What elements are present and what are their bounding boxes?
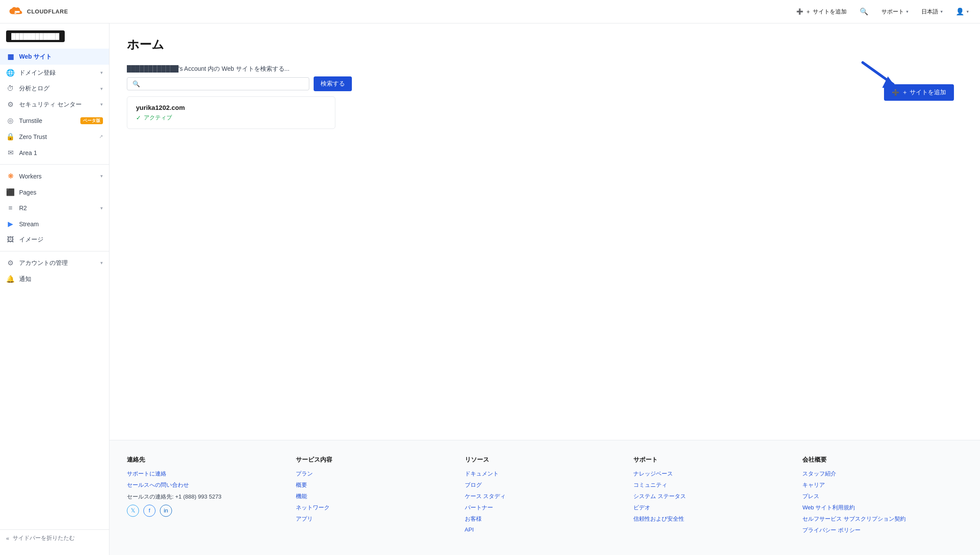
sidebar-item-area1[interactable]: ✉ Area 1 <box>0 145 109 161</box>
stream-icon: ▶ <box>6 220 15 228</box>
footer-link-features[interactable]: 機能 <box>296 492 456 500</box>
security-chevron-icon: ▾ <box>100 102 103 107</box>
footer-col-resources-title: リソース <box>465 456 625 464</box>
sidebar-item-zerotrust[interactable]: 🔒 Zero Trust ↗ <box>0 129 109 145</box>
footer-link-tos[interactable]: Web サイト利用規約 <box>802 504 963 512</box>
support-chevron-icon: ▾ <box>906 9 908 14</box>
zerotrust-external-icon: ↗ <box>99 134 103 139</box>
footer-link-video[interactable]: ビデオ <box>633 504 794 512</box>
footer-link-partners[interactable]: パートナー <box>465 504 625 512</box>
footer-link-docs[interactable]: ドキュメント <box>465 470 625 478</box>
sidebar-item-security[interactable]: ⚙ セキュリティ センター ▾ <box>0 96 109 112</box>
lang-nav-button[interactable]: 日本語 ▾ <box>919 6 945 17</box>
sidebar-nav: ▦ Web サイト 🌐 ドメイン登録 ▾ ⏱ 分析とログ ▾ ⚙ セキュリティ … <box>0 49 109 526</box>
sidebar-item-pages[interactable]: ⬛ Pages <box>0 184 109 200</box>
user-nav-icon: 👤 <box>956 7 964 16</box>
workers-icon: ❋ <box>6 172 15 180</box>
topnav-actions: ➕ ＋ サイトを追加 🔍 サポート ▾ 日本語 ▾ 👤 ▾ <box>794 6 971 17</box>
support-nav-button[interactable]: サポート ▾ <box>879 6 911 17</box>
footer-link-overview[interactable]: 概要 <box>296 481 456 489</box>
cf-wordmark-text: CLOUDFLARE <box>27 8 68 15</box>
search-input[interactable] <box>143 80 304 87</box>
nav-separator-2 <box>0 251 109 251</box>
search-button[interactable]: 検索する <box>314 76 352 91</box>
sidebar-item-r2[interactable]: ≡ R2 ▾ <box>0 200 109 216</box>
collapse-icon: « <box>6 535 9 542</box>
sidebar-item-stream[interactable]: ▶ Stream <box>0 216 109 232</box>
search-nav-icon: 🔍 <box>860 7 868 16</box>
footer-link-network[interactable]: ネットワーク <box>296 504 456 512</box>
pages-icon: ⬛ <box>6 188 15 196</box>
account-pill[interactable]: ████████████ <box>6 30 65 42</box>
account-icon: ⚙ <box>6 259 15 267</box>
footer-link-careers[interactable]: キャリア <box>802 481 963 489</box>
footer-col-company: 会社概要 スタッフ紹介 キャリア プレス Web サイト利用規約 セルフサービス… <box>802 456 963 538</box>
footer-link-trust[interactable]: 信頼性および安全性 <box>633 515 794 523</box>
cloudflare-logo[interactable]: CLOUDFLARE <box>9 7 68 17</box>
footer-link-sales[interactable]: セールスへの問い合わせ <box>127 481 287 489</box>
domain-chevron-icon: ▾ <box>100 70 103 76</box>
footer-col-resources: リソース ドキュメント ブログ ケース スタディ パートナー お客様 API <box>465 456 625 538</box>
support-nav-label: サポート <box>881 8 904 16</box>
topnav: CLOUDFLARE ➕ ＋ サイトを追加 🔍 サポート ▾ 日本語 ▾ 👤 ▾ <box>0 0 980 23</box>
sidebar-item-analytics[interactable]: ⏱ 分析とログ ▾ <box>0 81 109 96</box>
sidebar-item-turnstile-label: Turnstile <box>19 117 74 124</box>
account-chevron-icon: ▾ <box>100 260 103 266</box>
main-content: ホーム ████████████'s Account 内の Web サイトを検索… <box>109 23 980 555</box>
footer-link-privacy[interactable]: プライバシー ポリシー <box>802 526 963 534</box>
footer-link-press[interactable]: プレス <box>802 492 963 500</box>
footer-link-systemstatus[interactable]: システム ステータス <box>633 492 794 500</box>
lang-chevron-icon: ▾ <box>940 9 943 14</box>
search-input-wrap[interactable]: 🔍 <box>127 77 309 90</box>
status-label: アクティブ <box>144 114 172 122</box>
facebook-icon[interactable]: f <box>143 505 156 517</box>
linkedin-icon[interactable]: in <box>160 505 172 517</box>
turnstile-icon: ◎ <box>6 116 15 125</box>
site-card[interactable]: yurika1202.com ✓ アクティブ <box>127 96 335 129</box>
websites-icon: ▦ <box>6 53 15 61</box>
add-site-nav-button[interactable]: ➕ ＋ サイトを追加 <box>794 6 849 17</box>
footer-link-blog[interactable]: ブログ <box>465 481 625 489</box>
sidebar-item-stream-label: Stream <box>19 221 103 228</box>
footer-col-support: サポート ナレッジベース コミュニティ システム ステータス ビデオ 信頼性およ… <box>633 456 794 538</box>
footer-link-plan[interactable]: プラン <box>296 470 456 478</box>
sidebar-item-websites-label: Web サイト <box>19 53 103 61</box>
sidebar-item-workers-label: Workers <box>19 173 96 180</box>
sidebar-item-domain[interactable]: 🌐 ドメイン登録 ▾ <box>0 65 109 81</box>
footer-link-kb[interactable]: ナレッジベース <box>633 470 794 478</box>
twitter-icon[interactable]: 𝕏 <box>127 505 139 517</box>
add-site-float-button[interactable]: ➕ ＋ サイトを追加 <box>884 84 954 101</box>
search-area: ████████████'s Account 内の Web サイトを検索する..… <box>127 65 963 129</box>
sidebar-item-zerotrust-label: Zero Trust <box>19 133 93 140</box>
sidebar-item-workers[interactable]: ❋ Workers ▾ <box>0 168 109 184</box>
user-nav-button[interactable]: 👤 ▾ <box>953 6 971 17</box>
sidebar-collapse-label: サイドバーを折りたたむ <box>13 534 75 542</box>
social-icons: 𝕏 f in <box>127 505 287 517</box>
analytics-icon: ⏱ <box>6 85 15 92</box>
footer-link-casestudies[interactable]: ケース スタディ <box>465 492 625 500</box>
search-nav-button[interactable]: 🔍 <box>857 6 871 17</box>
sidebar-collapse-button[interactable]: « サイドバーを折りたたむ <box>0 529 109 546</box>
sidebar: ████████████ ▦ Web サイト 🌐 ドメイン登録 ▾ ⏱ 分析とロ… <box>0 23 109 555</box>
sidebar-item-account[interactable]: ⚙ アカウントの管理 ▾ <box>0 255 109 271</box>
sidebar-item-notify[interactable]: 🔔 通知 <box>0 271 109 287</box>
footer-link-support[interactable]: サポートに連絡 <box>127 470 287 478</box>
search-row: 🔍 検索する <box>127 76 963 91</box>
footer-link-customers[interactable]: お客様 <box>465 515 625 523</box>
domain-icon: 🌐 <box>6 69 15 77</box>
footer-link-selfservice[interactable]: セルフサービス サブスクリプション契約 <box>802 515 963 523</box>
footer-link-community[interactable]: コミュニティ <box>633 481 794 489</box>
site-card-name: yurika1202.com <box>136 104 326 111</box>
footer-link-api[interactable]: API <box>465 526 625 533</box>
sidebar-item-turnstile[interactable]: ◎ Turnstile ベータ版 <box>0 112 109 129</box>
sidebar-item-images[interactable]: 🖼 イメージ <box>0 232 109 248</box>
r2-icon: ≡ <box>6 204 15 212</box>
footer-link-staff[interactable]: スタッフ紹介 <box>802 470 963 478</box>
cf-cloud-icon <box>9 7 24 17</box>
zerotrust-icon: 🔒 <box>6 132 15 141</box>
sidebar-item-websites[interactable]: ▦ Web サイト <box>0 49 109 65</box>
lang-nav-label: 日本語 <box>921 8 938 16</box>
footer: 連絡先 サポートに連絡 セールスへの問い合わせ セールスの連絡先: +1 (88… <box>109 440 980 555</box>
security-icon: ⚙ <box>6 100 15 109</box>
footer-link-apps[interactable]: アプリ <box>296 515 456 523</box>
